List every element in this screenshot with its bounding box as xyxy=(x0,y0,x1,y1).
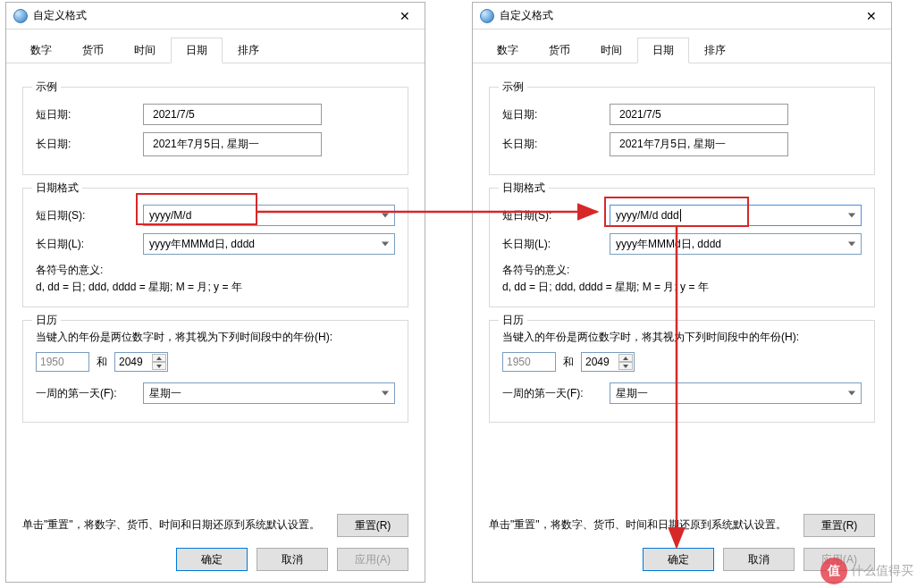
reset-text: 单击"重置"，将数字、货币、时间和日期还原到系统默认设置。 xyxy=(22,517,328,533)
label-first-day: 一周的第一天(F): xyxy=(502,386,610,401)
spinner-down-icon[interactable] xyxy=(152,362,166,370)
tab-number[interactable]: 数字 xyxy=(15,38,67,63)
dialog-right: 自定义格式 ✕ 数字 货币 时间 日期 排序 示例 短日期: 2021/7/5 … xyxy=(472,2,892,583)
label-short-date: 短日期: xyxy=(36,107,143,122)
tab-sort[interactable]: 排序 xyxy=(223,38,274,63)
label-long-date: 长日期: xyxy=(36,137,143,152)
group-date-format: 日期格式 短日期(S): yyyy/M/d 长日期(L): yyyy年MMMd日… xyxy=(22,188,408,307)
spinner-up-icon[interactable] xyxy=(618,354,633,362)
group-calendar-label: 日历 xyxy=(499,313,527,328)
first-day-combo[interactable]: 星期一 xyxy=(610,382,862,404)
chevron-down-icon xyxy=(848,391,855,396)
chevron-down-icon xyxy=(382,242,389,247)
tab-sort[interactable]: 排序 xyxy=(689,38,741,63)
tab-date[interactable]: 日期 xyxy=(637,38,689,63)
long-date-format-value: yyyy年MMMd日, dddd xyxy=(616,237,855,252)
first-day-value: 星期一 xyxy=(616,386,855,401)
panel: 示例 短日期: 2021/7/5 长日期: 2021年7月5日, 星期一 日期格… xyxy=(473,63,891,423)
spinner-down-icon[interactable] xyxy=(618,362,633,370)
short-date-format-combo[interactable]: yyyy/M/d xyxy=(143,205,395,226)
long-date-format-combo[interactable]: yyyy年MMMd日, dddd xyxy=(143,233,395,255)
label-long-date-l: 长日期(L): xyxy=(502,237,610,252)
short-date-format-combo[interactable]: yyyy/M/d ddd xyxy=(610,205,862,226)
reset-row: 单击"重置"，将数字、货币、时间和日期还原到系统默认设置。 重置(R) xyxy=(22,514,408,537)
globe-icon xyxy=(480,9,494,23)
first-day-value: 星期一 xyxy=(149,386,389,401)
example-short-date: 2021/7/5 xyxy=(143,104,322,125)
long-date-format-value: yyyy年MMMd日, dddd xyxy=(149,237,389,252)
and-label: 和 xyxy=(97,355,107,370)
spinner-up-icon[interactable] xyxy=(152,354,166,362)
close-button[interactable]: ✕ xyxy=(384,3,425,29)
reset-button[interactable]: 重置(R) xyxy=(803,514,875,537)
group-example: 示例 短日期: 2021/7/5 长日期: 2021年7月5日, 星期一 xyxy=(22,87,408,175)
group-calendar: 日历 当键入的年份是两位数字时，将其视为下列时间段中的年份(H): 1950 和… xyxy=(22,320,408,423)
short-date-format-value: yyyy/M/d xyxy=(149,209,389,222)
window-title: 自定义格式 xyxy=(500,8,851,23)
close-button[interactable]: ✕ xyxy=(851,3,891,29)
watermark-icon: 值 xyxy=(820,558,847,584)
year-to-input[interactable]: 2049 xyxy=(114,352,168,372)
titlebar: 自定义格式 ✕ xyxy=(473,3,891,29)
chevron-down-icon xyxy=(848,214,855,218)
globe-icon xyxy=(13,9,28,23)
year-to-spinner[interactable] xyxy=(618,354,633,370)
ok-button[interactable]: 确定 xyxy=(176,548,248,571)
group-date-format: 日期格式 短日期(S): yyyy/M/d ddd 长日期(L): yyyy年M… xyxy=(489,188,875,307)
label-first-day: 一周的第一天(F): xyxy=(36,386,143,401)
label-long-date: 长日期: xyxy=(502,137,610,152)
label-short-date-s: 短日期(S): xyxy=(36,208,143,223)
long-date-format-combo[interactable]: yyyy年MMMd日, dddd xyxy=(610,233,862,255)
tab-time[interactable]: 时间 xyxy=(585,38,637,63)
cancel-button[interactable]: 取消 xyxy=(257,548,328,571)
group-date-format-label: 日期格式 xyxy=(499,181,549,196)
label-short-date: 短日期: xyxy=(502,107,610,122)
watermark-text: 什么值得买 xyxy=(851,563,913,579)
tab-currency[interactable]: 货币 xyxy=(67,38,119,63)
and-label: 和 xyxy=(563,355,574,370)
group-calendar-label: 日历 xyxy=(32,313,61,328)
symbol-body: d, dd = 日; ddd, dddd = 星期; M = 月; y = 年 xyxy=(502,279,862,296)
group-calendar: 日历 当键入的年份是两位数字时，将其视为下列时间段中的年份(H): 1950 和… xyxy=(489,320,875,423)
year-from-value: 1950 xyxy=(507,356,531,368)
calendar-line: 当键入的年份是两位数字时，将其视为下列时间段中的年份(H): xyxy=(502,330,862,345)
short-date-format-value: yyyy/M/d ddd xyxy=(616,209,855,223)
tab-bar: 数字 货币 时间 日期 排序 xyxy=(6,29,425,63)
year-from-input: 1950 xyxy=(502,352,556,372)
year-to-value: 2049 xyxy=(119,356,143,368)
chevron-down-icon xyxy=(848,242,855,247)
reset-button[interactable]: 重置(R) xyxy=(337,514,408,537)
titlebar: 自定义格式 ✕ xyxy=(6,3,425,29)
label-long-date-l: 长日期(L): xyxy=(36,237,143,252)
tab-number[interactable]: 数字 xyxy=(482,38,534,63)
year-from-value: 1950 xyxy=(40,356,64,368)
tab-date[interactable]: 日期 xyxy=(171,38,223,63)
cancel-button[interactable]: 取消 xyxy=(723,548,795,571)
first-day-combo[interactable]: 星期一 xyxy=(143,382,395,404)
label-short-date-s: 短日期(S): xyxy=(502,208,610,223)
calendar-line: 当键入的年份是两位数字时，将其视为下列时间段中的年份(H): xyxy=(36,330,395,345)
symbol-body: d, dd = 日; ddd, dddd = 星期; M = 月; y = 年 xyxy=(36,279,395,296)
group-example-label: 示例 xyxy=(499,80,527,95)
ok-button[interactable]: 确定 xyxy=(643,548,714,571)
reset-text: 单击"重置"，将数字、货币、时间和日期还原到系统默认设置。 xyxy=(489,517,795,533)
watermark: 值 什么值得买 xyxy=(820,558,913,584)
example-short-date: 2021/7/5 xyxy=(610,104,788,125)
apply-button[interactable]: 应用(A) xyxy=(337,548,408,571)
chevron-down-icon xyxy=(382,391,389,396)
panel: 示例 短日期: 2021/7/5 长日期: 2021年7月5日, 星期一 日期格… xyxy=(6,63,425,423)
year-to-input[interactable]: 2049 xyxy=(581,352,635,372)
tab-bar: 数字 货币 时间 日期 排序 xyxy=(473,29,891,63)
dialog-left: 自定义格式 ✕ 数字 货币 时间 日期 排序 示例 短日期: 2021/7/5 … xyxy=(5,2,425,583)
tab-time[interactable]: 时间 xyxy=(119,38,171,63)
chevron-down-icon xyxy=(382,214,389,218)
year-to-spinner[interactable] xyxy=(152,354,166,370)
reset-row: 单击"重置"，将数字、货币、时间和日期还原到系统默认设置。 重置(R) xyxy=(489,514,875,537)
group-example-label: 示例 xyxy=(32,80,61,95)
year-from-input: 1950 xyxy=(36,352,89,372)
symbol-header: 各符号的意义: xyxy=(36,262,395,279)
window-title: 自定义格式 xyxy=(33,8,384,23)
tab-currency[interactable]: 货币 xyxy=(534,38,585,63)
symbol-meaning: 各符号的意义: d, dd = 日; ddd, dddd = 星期; M = 月… xyxy=(502,262,862,296)
example-long-date: 2021年7月5日, 星期一 xyxy=(610,132,788,156)
